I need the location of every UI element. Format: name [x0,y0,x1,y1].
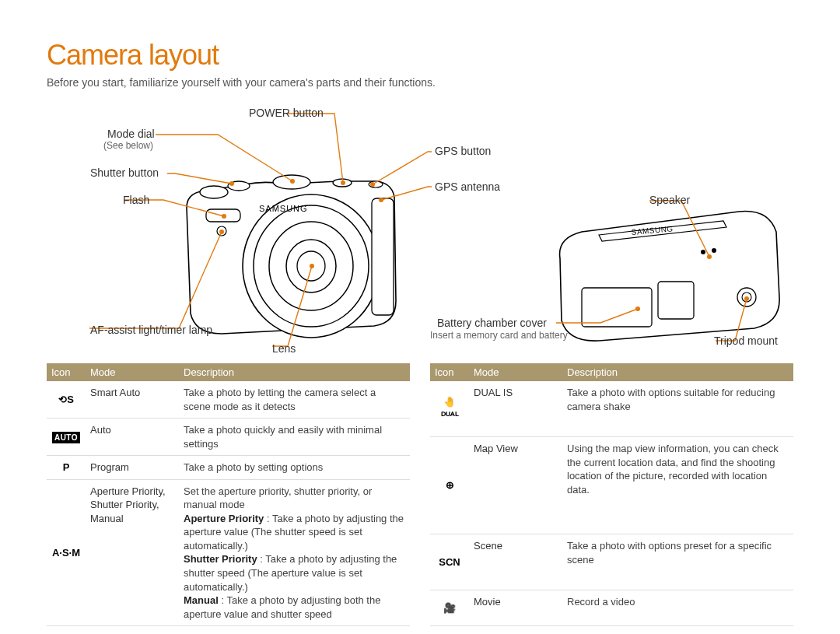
mode-desc: Take a photo by letting the camera selec… [179,381,410,419]
table-row: ⊕Map ViewUsing the map view information,… [430,437,793,534]
svg-point-19 [701,250,705,254]
mode-name: Scene [469,534,562,590]
label-shutter: Shutter button [90,166,159,179]
label-power: POWER button [249,107,324,119]
th-mode: Mode [469,363,562,381]
diagram-area: SAMSUNG SAMSUNG [47,95,793,363]
mode-name: DUAL IS [469,381,562,437]
svg-rect-12 [372,198,394,315]
mode-name: Movie [469,590,562,626]
mode-icon: 🎥 [430,590,469,626]
table-row: A·S·MAperture Priority, Shutter Priority… [47,479,410,625]
label-battery-cover: Battery chamber cover [437,317,547,329]
intro-text: Before you start, familiarize yourself w… [47,76,793,89]
mode-desc: Take a photo quickly and easily with min… [179,419,410,456]
table-row: SCNSceneTake a photo with options preset… [430,534,793,590]
th-desc: Description [179,363,410,381]
svg-point-7 [228,181,250,191]
svg-point-8 [200,186,228,198]
label-mode-dial: Mode dial [107,128,155,140]
svg-text:SAMSUNG: SAMSUNG [259,204,308,213]
table-row: AUTOAutoTake a photo quickly and easily … [47,419,410,456]
mode-desc: Take a photo by setting options [179,456,410,480]
mode-name: Map View [469,437,562,534]
mode-tables: Icon Mode Description ⟲SSmart AutoTake a… [47,363,793,626]
mode-table-right: Icon Mode Description 🤚ᴰᵁᴬᴸDUAL ISTake a… [430,363,793,626]
mode-icon: P [47,456,86,480]
svg-point-6 [333,179,352,187]
mode-name: Aperture Priority, Shutter Priority, Man… [86,479,179,625]
svg-rect-9 [206,209,240,222]
label-mode-dial-sub: (See below) [103,140,153,151]
svg-point-4 [297,251,325,281]
label-gps-antenna: GPS antenna [435,180,500,193]
mode-icon: A·S·M [47,479,86,625]
mode-table-left: Icon Mode Description ⟲SSmart AutoTake a… [47,363,410,626]
mode-desc: Set the aperture priority, shutter prior… [179,479,410,625]
svg-point-18 [742,292,751,302]
label-af-assist: AF-assist light/timer lamp [90,324,212,336]
svg-point-13 [369,181,383,187]
mode-name: Smart Auto [86,381,179,419]
mode-desc: Record a video [562,590,793,626]
svg-rect-15 [582,288,652,327]
mode-desc: Take a photo with options preset for a s… [562,534,793,590]
table-row: PProgramTake a photo by setting options [47,456,410,480]
camera-front-icon: SAMSUNG [175,153,408,352]
mode-desc: Take a photo with options suitable for r… [562,381,793,437]
label-lens: Lens [272,342,296,355]
mode-icon: AUTO [47,419,86,456]
svg-point-10 [217,226,226,236]
label-battery-sub: Insert a memory card and battery [430,330,568,341]
table-row: 🤚ᴰᵁᴬᴸDUAL ISTake a photo with options su… [430,381,793,437]
th-desc: Description [562,363,793,381]
th-mode: Mode [86,363,179,381]
mode-icon: 🤚ᴰᵁᴬᴸ [430,381,469,437]
mode-name: Program [86,456,179,480]
label-gps-button: GPS button [435,145,491,157]
label-speaker: Speaker [649,194,690,206]
table-row: 🎥MovieRecord a video [430,590,793,626]
mode-desc: Using the map view information, you can … [562,437,793,534]
mode-icon: ⟲S [47,381,86,419]
mode-icon: SCN [430,534,469,590]
page-title: Camera layout [47,39,793,72]
svg-point-20 [712,248,716,253]
svg-point-5 [273,175,310,189]
camera-bottom-icon: SAMSUNG [544,204,793,352]
table-row: ⟲SSmart AutoTake a photo by letting the … [47,381,410,419]
label-flash: Flash [123,194,149,206]
mode-name: Auto [86,419,179,456]
th-icon: Icon [430,363,469,381]
th-icon: Icon [47,363,86,381]
svg-rect-16 [658,282,694,319]
mode-icon: ⊕ [430,437,469,534]
label-tripod: Tripod mount [714,335,778,347]
